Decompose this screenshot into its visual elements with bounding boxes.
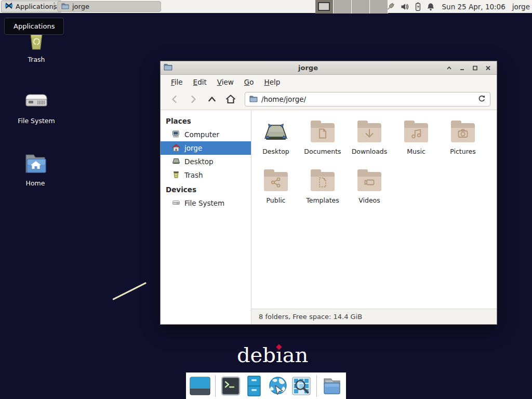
sidebar-item-label: File System <box>184 199 224 207</box>
window-title: jorge <box>172 64 444 72</box>
top-panel: Applications jorge <box>0 0 532 14</box>
window-titlebar[interactable]: jorge <box>161 61 497 75</box>
home-folder-icon <box>11 151 59 176</box>
public-folder-icon <box>264 172 288 191</box>
hard-drive-icon <box>12 88 60 113</box>
sidebar: Places Computer <box>161 110 251 324</box>
templates-folder-icon <box>311 172 335 191</box>
sidebar-item-label: jorge <box>184 144 202 152</box>
battery-icon[interactable] <box>414 2 422 11</box>
sidebar-item-trash[interactable]: Trash <box>161 168 251 182</box>
window-folder-icon <box>164 63 172 73</box>
desktop: Applications jorge <box>0 0 532 399</box>
file-label: Pictures <box>450 148 476 155</box>
application-finder-icon[interactable] <box>290 375 312 397</box>
file-label: Templates <box>306 196 339 204</box>
file-label: Documents <box>304 148 341 155</box>
dock-separator <box>215 375 216 397</box>
panel-clock[interactable]: Sun 25 Apr, 10:06 <box>442 3 506 11</box>
show-desktop-icon[interactable] <box>189 375 211 397</box>
file-item-videos[interactable]: Videos <box>346 166 393 207</box>
downloads-folder-icon <box>357 123 381 142</box>
videos-folder-icon <box>357 172 381 191</box>
applications-menu-button[interactable]: Applications <box>1 1 62 12</box>
applications-menu-label: Applications <box>16 3 57 10</box>
workspace-3[interactable] <box>352 0 370 14</box>
file-label: Public <box>267 196 286 204</box>
file-item-documents[interactable]: Documents <box>299 117 346 158</box>
file-item-pictures[interactable]: Pictures <box>440 117 486 158</box>
minimize-button[interactable] <box>457 63 468 73</box>
file-item-downloads[interactable]: Downloads <box>346 117 393 158</box>
path-folder-icon <box>249 95 258 104</box>
sidebar-item-label: Computer <box>184 130 219 139</box>
forward-button[interactable] <box>185 91 201 107</box>
desktop-small-icon <box>172 157 180 167</box>
file-manager-window: jorge File Edit View Go Help <box>160 61 497 325</box>
close-button[interactable] <box>483 63 494 73</box>
notifications-bell-icon[interactable] <box>427 3 435 11</box>
file-label: Downloads <box>352 148 388 155</box>
file-cabinet-icon[interactable] <box>243 375 265 397</box>
debian-wordmark: debıan <box>237 343 308 367</box>
location-bar[interactable]: /home/jorge/ <box>245 92 490 107</box>
maximize-button[interactable] <box>470 63 481 73</box>
sidebar-item-jorge[interactable]: jorge <box>161 141 251 155</box>
menubar: File Edit View Go Help <box>161 75 497 89</box>
sidebar-item-label: Trash <box>184 171 203 179</box>
workspace-switcher <box>315 0 388 14</box>
sidebar-item-label: Desktop <box>184 157 214 166</box>
power-cable-icon[interactable] <box>386 2 396 12</box>
dock <box>186 373 346 399</box>
menu-edit[interactable]: Edit <box>188 76 212 88</box>
web-browser-icon[interactable] <box>267 375 289 397</box>
system-tray: Sun 25 Apr, 10:06 jorge <box>386 0 530 14</box>
back-button[interactable] <box>167 91 182 107</box>
sidebar-item-computer[interactable]: Computer <box>161 128 251 141</box>
window-folder-icon <box>61 3 69 11</box>
menu-file[interactable]: File <box>166 76 188 88</box>
panel-separator-handle <box>54 3 55 11</box>
toolbar: /home/jorge/ <box>161 89 497 110</box>
file-item-templates[interactable]: Templates <box>299 166 346 207</box>
menu-view[interactable]: View <box>212 76 239 88</box>
workspace-2[interactable] <box>334 0 352 14</box>
taskbar-window-label: jorge <box>72 3 89 10</box>
panel-username[interactable]: jorge <box>512 3 530 11</box>
window-body: Places Computer <box>161 110 497 324</box>
sidebar-header-devices: Devices <box>161 182 251 196</box>
dock-folder-icon[interactable] <box>321 375 343 397</box>
reload-icon[interactable] <box>478 95 486 104</box>
taskbar-window-button[interactable]: jorge <box>57 1 161 12</box>
menu-help[interactable]: Help <box>259 76 286 88</box>
sidebar-header-places: Places <box>161 113 251 128</box>
window-controls <box>444 63 494 73</box>
drive-small-icon <box>172 198 180 208</box>
desktop-icon-file-system[interactable]: File System <box>12 88 60 125</box>
up-button[interactable] <box>204 91 220 107</box>
terminal-icon[interactable] <box>220 375 242 397</box>
file-item-desktop[interactable]: Desktop <box>252 117 299 158</box>
desktop-icon-label: Home <box>11 179 59 187</box>
path-input[interactable]: /home/jorge/ <box>261 95 474 103</box>
music-folder-icon <box>404 123 428 142</box>
desktop-icon-label: File System <box>12 117 60 125</box>
sidebar-item-file-system[interactable]: File System <box>161 196 251 210</box>
desktop-icon-home[interactable]: Home <box>11 151 59 187</box>
file-item-public[interactable]: Public <box>252 166 299 207</box>
file-label: Videos <box>358 196 380 204</box>
volume-icon[interactable] <box>401 3 409 11</box>
statusbar-text: 8 folders, Free space: 14.4 GiB <box>259 313 362 321</box>
file-label: Desktop <box>262 148 289 155</box>
applications-tooltip: Applications <box>4 18 64 35</box>
file-label: Music <box>407 148 425 155</box>
sidebar-item-desktop[interactable]: Desktop <box>161 155 251 168</box>
pictures-folder-icon <box>451 123 475 142</box>
computer-icon <box>172 130 180 140</box>
workspace-1[interactable] <box>315 0 334 14</box>
desktop-stray-line <box>112 282 147 300</box>
menu-go[interactable]: Go <box>239 76 259 88</box>
shade-button[interactable] <box>444 63 455 73</box>
file-item-music[interactable]: Music <box>393 117 440 158</box>
home-button[interactable] <box>223 91 238 107</box>
